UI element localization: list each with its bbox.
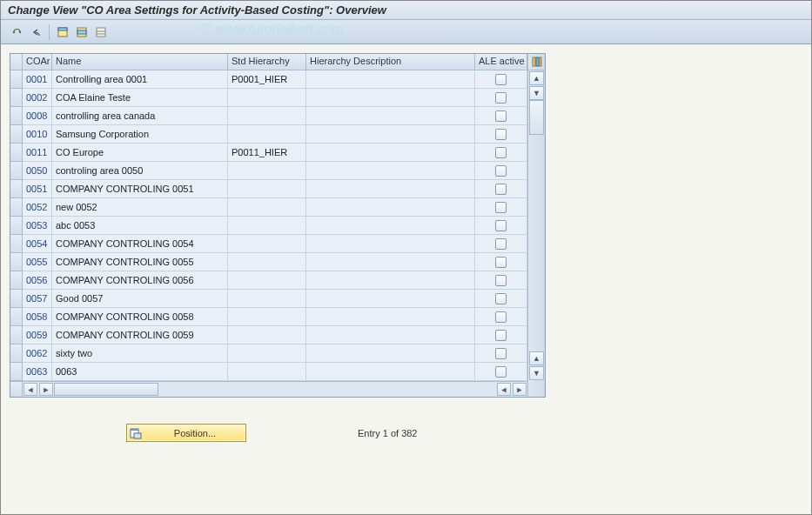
cell-ale-active[interactable] xyxy=(475,89,527,107)
cell-coar[interactable]: 0058 xyxy=(23,308,52,326)
row-selector[interactable] xyxy=(10,89,23,107)
cell-std-hierarchy[interactable] xyxy=(228,253,306,271)
checkbox[interactable] xyxy=(495,129,507,140)
cell-name[interactable]: COMPANY CONTROLING 0059 xyxy=(52,326,228,344)
cell-hierarchy-description[interactable] xyxy=(306,162,475,180)
table-row[interactable]: 0053abc 0053 xyxy=(10,217,527,235)
table-row[interactable]: 0002COA Elaine Teste xyxy=(10,89,527,107)
cell-hierarchy-description[interactable] xyxy=(306,290,475,308)
cell-hierarchy-description[interactable] xyxy=(306,107,475,125)
cell-name[interactable]: Controlling area 0001 xyxy=(52,70,228,89)
checkbox[interactable] xyxy=(495,74,507,85)
vscroll-thumb[interactable] xyxy=(529,100,544,135)
checkbox[interactable] xyxy=(495,184,507,195)
cell-ale-active[interactable] xyxy=(475,217,527,235)
table-row[interactable]: 0001Controlling area 0001P0001_HIER xyxy=(10,70,527,89)
table-row[interactable]: 0058COMPANY CONTROLING 0058 xyxy=(10,308,527,326)
table-row[interactable]: 00630063 xyxy=(10,363,527,381)
cell-std-hierarchy[interactable] xyxy=(228,107,306,125)
cell-coar[interactable]: 0055 xyxy=(23,253,52,271)
cell-coar[interactable]: 0008 xyxy=(23,107,52,125)
cell-std-hierarchy[interactable] xyxy=(228,217,306,235)
cell-name[interactable]: new 0052 xyxy=(52,198,228,217)
cell-coar[interactable]: 0001 xyxy=(23,70,52,89)
hscroll-right2-icon[interactable]: ► xyxy=(513,383,527,396)
checkbox[interactable] xyxy=(495,330,507,341)
cell-coar[interactable]: 0002 xyxy=(23,89,52,107)
table-row[interactable]: 0051COMPANY CONTROLING 0051 xyxy=(10,180,527,198)
cell-name[interactable]: controlling area canada xyxy=(52,107,228,125)
cell-name[interactable]: 0063 xyxy=(52,363,228,381)
cell-hierarchy-description[interactable] xyxy=(306,235,475,253)
row-selector[interactable] xyxy=(10,363,23,381)
table-row[interactable]: 0057Good 0057 xyxy=(10,290,527,308)
cell-hierarchy-description[interactable] xyxy=(306,180,475,198)
cell-std-hierarchy[interactable] xyxy=(228,290,306,308)
checkbox[interactable] xyxy=(495,293,507,304)
cell-std-hierarchy[interactable] xyxy=(228,125,306,144)
cell-coar[interactable]: 0011 xyxy=(23,144,52,162)
cell-ale-active[interactable] xyxy=(475,107,527,125)
cell-name[interactable]: Good 0057 xyxy=(52,290,228,308)
table-row[interactable]: 0011CO EuropeP0011_HIER xyxy=(10,144,527,162)
table-row[interactable]: 0059COMPANY CONTROLING 0059 xyxy=(10,326,527,344)
cell-hierarchy-description[interactable] xyxy=(306,144,475,162)
cell-std-hierarchy[interactable] xyxy=(228,89,306,107)
checkbox[interactable] xyxy=(495,110,507,122)
row-selector[interactable] xyxy=(10,217,23,235)
cell-name[interactable]: COA Elaine Teste xyxy=(52,89,228,107)
checkbox[interactable] xyxy=(495,165,507,177)
row-selector[interactable] xyxy=(10,70,23,89)
cell-ale-active[interactable] xyxy=(475,308,527,326)
cell-std-hierarchy[interactable] xyxy=(228,180,306,198)
row-selector[interactable] xyxy=(10,162,23,180)
cell-std-hierarchy[interactable]: P0011_HIER xyxy=(228,144,306,162)
row-selector[interactable] xyxy=(10,253,23,271)
cell-std-hierarchy[interactable] xyxy=(228,271,306,290)
table-row[interactable]: 0008controlling area canada xyxy=(10,107,527,125)
cell-std-hierarchy[interactable] xyxy=(228,363,306,381)
row-selector[interactable] xyxy=(10,235,23,253)
cell-hierarchy-description[interactable] xyxy=(306,125,475,144)
cell-std-hierarchy[interactable] xyxy=(228,326,306,344)
cell-hierarchy-description[interactable] xyxy=(306,70,475,89)
checkbox[interactable] xyxy=(495,220,507,231)
cell-hierarchy-description[interactable] xyxy=(306,217,475,235)
cell-name[interactable]: COMPANY CONTROLING 0058 xyxy=(52,308,228,326)
cell-name[interactable]: COMPANY CONTROLING 0051 xyxy=(52,180,228,198)
cell-name[interactable]: Samsung Corporation xyxy=(52,125,228,144)
cell-ale-active[interactable] xyxy=(475,198,527,217)
cell-hierarchy-description[interactable] xyxy=(306,363,475,381)
cell-ale-active[interactable] xyxy=(475,253,527,271)
cell-ale-active[interactable] xyxy=(475,290,527,308)
row-selector[interactable] xyxy=(10,144,23,162)
row-selector-header[interactable] xyxy=(10,54,23,70)
col-std-hierarchy[interactable]: Std Hierarchy xyxy=(228,54,306,70)
cell-name[interactable]: COMPANY CONTROLING 0054 xyxy=(52,235,228,253)
deselect-all-icon[interactable] xyxy=(92,23,110,41)
cell-coar[interactable]: 0057 xyxy=(23,290,52,308)
cell-coar[interactable]: 0052 xyxy=(23,198,52,217)
cell-name[interactable]: CO Europe xyxy=(52,144,228,162)
col-coar[interactable]: COAr xyxy=(23,54,52,70)
row-selector[interactable] xyxy=(10,198,23,217)
cell-ale-active[interactable] xyxy=(475,180,527,198)
cell-ale-active[interactable] xyxy=(475,363,527,381)
table-row[interactable]: 0050controling area 0050 xyxy=(10,162,527,180)
change-icon[interactable] xyxy=(8,23,25,41)
cell-coar[interactable]: 0051 xyxy=(23,180,52,198)
cell-hierarchy-description[interactable] xyxy=(306,89,475,107)
cell-coar[interactable]: 0063 xyxy=(23,363,52,381)
cell-name[interactable]: abc 0053 xyxy=(52,217,228,235)
row-selector[interactable] xyxy=(10,290,23,308)
hscroll-thumb[interactable] xyxy=(54,383,158,396)
cell-coar[interactable]: 0054 xyxy=(23,235,52,253)
vscroll-track[interactable] xyxy=(528,100,545,365)
vscroll-up2-icon[interactable]: ▲ xyxy=(529,351,544,365)
table-row[interactable]: 0062sixty two xyxy=(10,344,527,363)
cell-name[interactable]: COMPANY CONTROLING 0056 xyxy=(52,271,228,290)
hscroll-right-icon[interactable]: ► xyxy=(39,383,53,396)
cell-ale-active[interactable] xyxy=(475,125,527,144)
checkbox[interactable] xyxy=(495,348,507,359)
cell-std-hierarchy[interactable] xyxy=(228,198,306,217)
